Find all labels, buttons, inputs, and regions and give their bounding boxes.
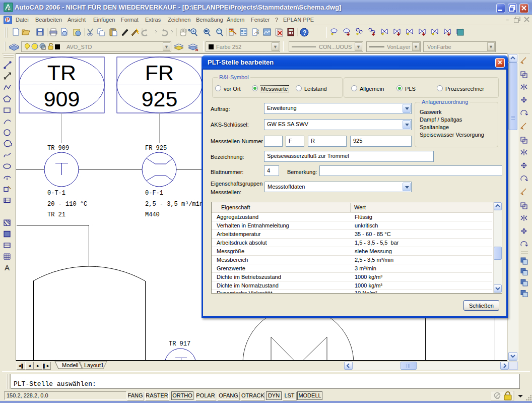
svg-text:TR 917: TR 917 [169,340,190,348]
svg-text:TR 909: TR 909 [47,145,69,152]
svg-text:TR: TR [47,61,76,85]
svg-text:20 - 110 °C: 20 - 110 °C [47,201,87,208]
svg-text:0-T-1: 0-T-1 [47,190,65,197]
svg-text:M440: M440 [145,211,160,218]
svg-text:?: ? [303,29,306,36]
svg-text:FR: FR [145,61,174,85]
svg-text:TR 21: TR 21 [47,211,65,218]
svg-text:P: P [6,17,10,23]
svg-text:2,5 - 3,5 m³/min: 2,5 - 3,5 m³/min [145,201,203,208]
svg-text:925: 925 [142,87,178,111]
svg-text:909: 909 [44,87,80,111]
svg-text:FR 925: FR 925 [145,145,167,152]
svg-text:A: A [5,263,10,272]
svg-text:0-F-1: 0-F-1 [145,190,163,197]
